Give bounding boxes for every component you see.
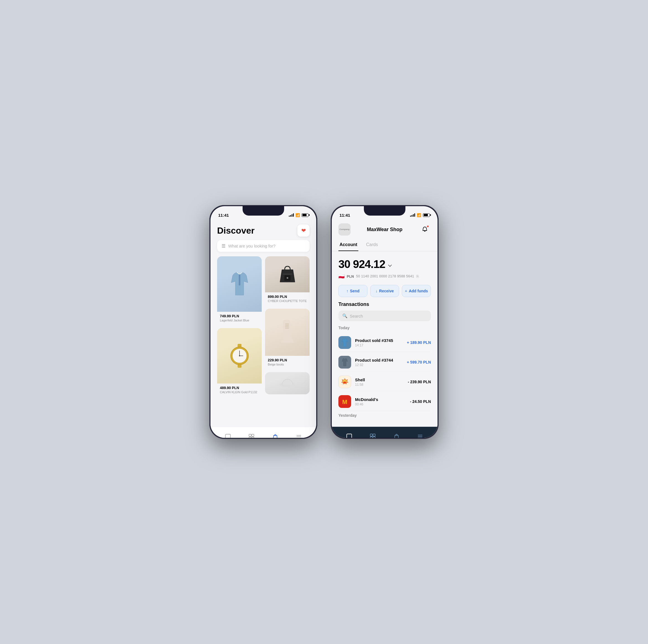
nav-item-bag-1[interactable]: [272, 433, 279, 438]
product-price-watch: 489.90 PLN: [220, 386, 259, 390]
heart-icon: ❤: [301, 227, 306, 234]
receive-button[interactable]: ↓ Receive: [370, 285, 399, 297]
svg-rect-0: [239, 274, 240, 286]
account-number: 50 1140 2001 0000 2178 9588 5641: [356, 274, 414, 278]
transaction-item-shell[interactable]: Shell 11:58 - 239.90 PLN: [338, 373, 431, 391]
list-icon-1: [295, 433, 302, 438]
tx-avatar-mcdonalds: M: [338, 395, 351, 408]
product-card-bag[interactable]: 899.00 PLN CYBER CHOUPETTE TOTE: [265, 256, 310, 305]
product-price-boots: 229.90 PLN: [268, 358, 307, 362]
status-time-1: 11:41: [218, 213, 229, 217]
battery-2: [423, 213, 430, 217]
status-icons-2: 📶: [410, 213, 430, 217]
bottom-nav-1: [210, 427, 316, 438]
add-funds-button[interactable]: + Add funds: [402, 285, 431, 297]
jacket-svg: [228, 270, 251, 298]
nav-item-list-1[interactable]: [295, 433, 302, 438]
mcdonalds-logo-svg: M: [338, 395, 351, 408]
shop-screen: Company MaxWear Shop Account: [332, 220, 438, 438]
nav-item-bag-2[interactable]: [393, 433, 400, 438]
product-card-jacket[interactable]: 749.99 PLN Lagerfeld Jacket Blue: [217, 256, 262, 325]
tab-cards[interactable]: Cards: [365, 240, 379, 251]
product-card-watch[interactable]: 489.90 PLN CALVIN KLEIN Gold P1132: [217, 328, 262, 397]
list-icon-2: [417, 433, 423, 438]
notification-button[interactable]: [419, 224, 431, 236]
product-card-boots[interactable]: 229.90 PLN Beige boots: [265, 309, 310, 369]
product-image-jacket: [217, 256, 262, 312]
product-name-jacket: Lagerfeld Jacket Blue: [220, 319, 259, 322]
battery-fill-2: [424, 214, 428, 216]
account-number-row: 🇵🇱 PLN 50 1140 2001 0000 2178 9588 5641 …: [338, 273, 431, 279]
tx-search-placeholder: Search: [350, 314, 363, 318]
action-buttons: ↑ Send ↓ Receive + Add funds: [338, 285, 431, 297]
tx-name-shell: Shell: [355, 378, 404, 382]
svg-rect-19: [252, 434, 254, 437]
signal-bars-2: [410, 213, 415, 217]
company-label: Company: [339, 228, 349, 231]
transaction-item-3745[interactable]: Product sold #3745 14:17 + 189.90 PLN: [338, 333, 431, 352]
company-avatar[interactable]: Company: [338, 224, 350, 236]
nav-item-grid-2[interactable]: [369, 433, 376, 438]
phones-container: 11:41 📶 Discover: [209, 205, 439, 439]
notch-1: [242, 206, 284, 215]
nav-item-grid-1[interactable]: [248, 433, 255, 438]
tx-search-icon: 🔍: [342, 313, 347, 318]
wifi-icon-2: 📶: [417, 213, 421, 217]
balance-amount: 30 924.12: [338, 258, 385, 270]
tab-account[interactable]: Account: [338, 240, 358, 251]
status-time-2: 11:41: [339, 213, 350, 217]
nav-item-home-1[interactable]: [225, 433, 231, 438]
tx-details-3745: Product sold #3745 14:17: [355, 338, 403, 347]
nav-item-home-2[interactable]: [346, 433, 353, 438]
nav-item-list-2[interactable]: [417, 433, 423, 438]
heart-button[interactable]: ❤: [298, 225, 310, 237]
send-icon: ↑: [346, 289, 348, 293]
boots-svg: [277, 318, 298, 346]
svg-rect-17: [225, 434, 230, 438]
signal-bar-2-1: [410, 215, 411, 217]
product-card-cap[interactable]: [265, 372, 310, 394]
poland-flag-icon: 🇵🇱: [338, 273, 344, 279]
transaction-search[interactable]: 🔍 Search: [338, 311, 431, 321]
svg-rect-8: [283, 274, 292, 274]
signal-bar-3: [291, 214, 292, 217]
tx-group-today: Today: [338, 326, 431, 330]
add-funds-icon: +: [405, 289, 407, 293]
search-bar-1[interactable]: ☰ What are you looking for?: [217, 240, 310, 252]
transaction-item-3744[interactable]: Product sold #3744 12:32 + 599.70 PLN: [338, 353, 431, 371]
signal-bar-2-3: [413, 214, 414, 217]
tx-time-3744: 12:32: [355, 363, 403, 367]
bag-svg: [278, 264, 297, 285]
send-button[interactable]: ↑ Send: [338, 285, 368, 297]
shell-logo-svg: [340, 377, 350, 387]
transactions-title: Transactions: [338, 301, 431, 307]
balance-chevron-icon[interactable]: ⌵: [388, 260, 392, 268]
tx-details-3744: Product sold #3744 12:32: [355, 358, 403, 367]
product-image-bag: [265, 256, 310, 292]
signal-bars-1: [289, 213, 294, 217]
status-icons-1: 📶: [289, 213, 309, 217]
add-funds-label: Add funds: [409, 289, 428, 293]
notification-badge: [426, 225, 429, 228]
receive-label: Receive: [379, 289, 394, 293]
tx-name-mcdonalds: McDonald's: [355, 397, 406, 402]
bag-nav-icon-2: [393, 433, 400, 438]
product-info-bag: 899.00 PLN CYBER CHOUPETTE TOTE: [265, 292, 310, 305]
tx-time-mcdonalds: 00:46: [355, 402, 406, 406]
discover-title: Discover: [217, 226, 255, 236]
transaction-list: Product sold #3745 14:17 + 189.90 PLN: [338, 333, 431, 411]
product-info-boots: 229.90 PLN Beige boots: [265, 356, 310, 369]
home-icon-2: [346, 433, 353, 438]
svg-point-10: [287, 277, 288, 279]
copy-icon[interactable]: ⎘: [417, 274, 419, 279]
tab-bar: Account Cards: [332, 240, 438, 251]
svg-rect-33: [370, 437, 372, 438]
balance-row: 30 924.12 ⌵: [338, 258, 431, 270]
svg-rect-31: [370, 434, 372, 436]
tx-group-yesterday: Yesterday: [338, 413, 431, 417]
tx-details-shell: Shell 11:58: [355, 378, 404, 387]
shop-title: MaxWear Shop: [367, 227, 402, 233]
phone-discover: 11:41 📶 Discover: [209, 205, 317, 439]
signal-bar-2: [290, 215, 291, 217]
transaction-item-mcdonalds[interactable]: M McDonald's 00:46 - 24.50 PLN: [338, 392, 431, 411]
